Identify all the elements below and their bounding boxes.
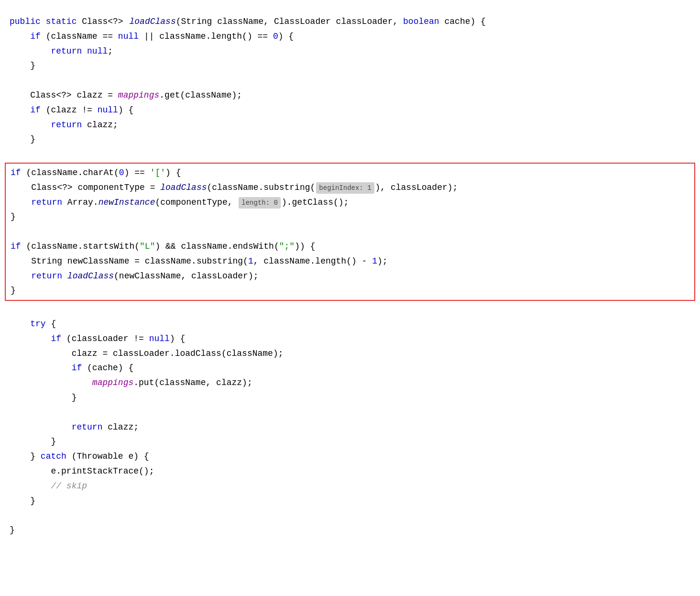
close-brace8: }: [30, 494, 35, 508]
indent: [10, 59, 30, 73]
char-bracket: '[': [150, 166, 165, 180]
keyword-return2: return: [51, 118, 82, 132]
code-line-1: public static Class<?> loadClass(String …: [0, 14, 700, 29]
print-stack: e.printStackTrace();: [51, 464, 154, 478]
indent3: [10, 347, 72, 361]
comment-skip: // skip: [51, 479, 87, 493]
semi2: );: [377, 254, 388, 268]
close-brace: }: [30, 59, 35, 73]
code-line-8: }: [0, 132, 700, 147]
brace3: ) {: [165, 166, 181, 180]
paren6: (className.startsWith(: [21, 240, 140, 254]
code-line-comment: // skip: [0, 479, 700, 494]
num-1: 1: [248, 254, 253, 268]
close-method-brace: }: [10, 523, 15, 537]
code-line-catch: } catch (Throwable e) {: [0, 449, 700, 464]
var-mappings: mappings: [118, 88, 159, 102]
indent5: [11, 254, 31, 268]
var-mappings2: mappings: [92, 376, 133, 390]
indent: [10, 317, 30, 331]
code-line-if-loader: if (classLoader != null ) {: [0, 331, 700, 346]
hl-blank: [11, 224, 689, 239]
paren2: (clazz !=: [41, 103, 98, 117]
assign-clazz: clazz = classLoader.loadClass(className)…: [72, 347, 284, 361]
keyword-null2: null: [87, 44, 108, 58]
indent: [10, 44, 51, 58]
num-0: 0: [273, 30, 278, 44]
indent2: [10, 464, 51, 478]
comma-classLoader: ), classLoader);: [375, 181, 458, 195]
brace6: ) {: [170, 332, 185, 346]
string-semi: ";": [279, 240, 295, 254]
brace5: )) {: [295, 240, 315, 254]
method-loadClass: loadClass: [129, 15, 175, 29]
code-line-return-clazz: return clazz;: [0, 420, 700, 435]
close-brace4: }: [11, 284, 16, 298]
paren5: (componentType,: [155, 196, 238, 210]
code-line-3: return null ;: [0, 44, 700, 59]
keyword-if3: if: [11, 166, 21, 180]
hl-line-4: }: [11, 210, 689, 224]
comma2: , className.length() -: [253, 254, 372, 268]
code-line-close-if2: }: [0, 434, 700, 449]
space: [82, 44, 87, 58]
indent: [10, 88, 30, 102]
num-0b: 0: [119, 166, 124, 180]
hl-line-7: return loadClass (newClassName, classLoa…: [11, 269, 689, 284]
keyword-return5: return: [72, 420, 103, 434]
paren7: (newClassName, classLoader);: [114, 269, 258, 283]
operator-or: || className.length() ==: [139, 30, 273, 44]
keyword-try: try: [30, 317, 45, 331]
paren: (className ==: [41, 30, 118, 44]
keyword-null: null: [118, 30, 139, 44]
paren3: (className.charAt(: [21, 166, 119, 180]
indent: [10, 132, 30, 146]
code-line-printStackTrace: e.printStackTrace();: [0, 464, 700, 479]
indent: [10, 494, 30, 508]
keyword-if5: if: [51, 332, 61, 346]
space3: [62, 269, 67, 283]
getClass: ).getClass();: [282, 196, 349, 210]
code-line-4: }: [0, 58, 700, 73]
keyword-if4: if: [11, 240, 21, 254]
hint-beginIndex: beginIndex: 1: [316, 182, 374, 194]
code-line-blank5: [0, 508, 700, 523]
code-line-7: return clazz;: [0, 118, 700, 132]
brace-try: {: [46, 317, 56, 331]
indent2: [10, 435, 51, 449]
close-brace6: }: [51, 435, 56, 449]
semicolon: ;: [108, 44, 113, 58]
class-comp: Class<?> componentType =: [31, 181, 160, 195]
code-line-blank2: [0, 147, 700, 162]
hl-line-6: String newClassName = className.substrin…: [11, 254, 689, 269]
num-1b: 1: [372, 254, 377, 268]
indent3: [10, 361, 72, 375]
brace2: ) {: [118, 103, 133, 117]
string-L: "L": [140, 240, 155, 254]
indent3: [10, 420, 72, 434]
indent6: [11, 269, 31, 283]
indent4: [10, 376, 92, 390]
indent2: [10, 332, 51, 346]
code-line-close-cache: }: [0, 390, 700, 405]
keyword-return3: return: [31, 196, 62, 210]
keyword-static: static: [46, 15, 77, 29]
code-line-blank1: [0, 73, 700, 88]
space: [41, 15, 46, 29]
indent: [10, 103, 30, 117]
indent: [10, 450, 30, 464]
space: [123, 15, 129, 29]
type-class: Class<?>: [82, 15, 123, 29]
indent3: [11, 181, 31, 195]
hl-line-3: return Array. newInstance (componentType…: [11, 195, 689, 210]
close-brace5: }: [72, 391, 77, 405]
space: [77, 15, 82, 29]
code-line-5: Class<?> clazz = mappings .get(className…: [0, 88, 700, 103]
indent: [10, 30, 30, 44]
code-line-blank3: [0, 302, 700, 317]
code-line-mappings: mappings .put(className, clazz);: [0, 375, 700, 390]
hl-line-2: Class<?> componentType = loadClass (clas…: [11, 180, 689, 195]
hint-length: length: 0: [239, 197, 281, 209]
italic-loadClass2: loadClass: [67, 269, 114, 283]
paren4: (className.substring(: [207, 181, 315, 195]
